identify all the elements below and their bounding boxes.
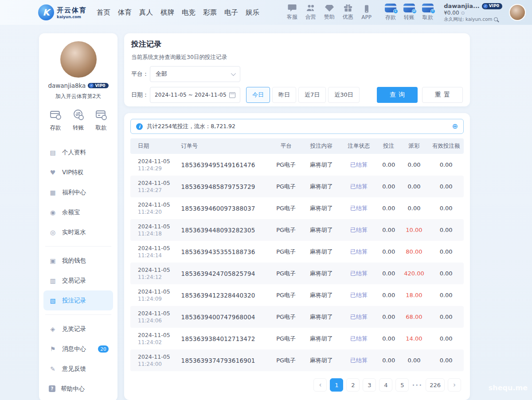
reset-button[interactable]: 重置 bbox=[422, 87, 463, 103]
summary-text: 共计2254笔投注，流水：8,721.92 bbox=[147, 123, 235, 130]
row-payout: 420.00 bbox=[400, 270, 429, 277]
sidebar-deposit-button[interactable]: 存款 bbox=[49, 108, 62, 132]
row-status: 已结算 bbox=[340, 270, 378, 278]
row-valid-amount: 0.00 bbox=[428, 270, 464, 277]
page-number-button[interactable]: 3 bbox=[363, 378, 376, 392]
app-download-button[interactable]: APP bbox=[359, 5, 374, 20]
divider bbox=[45, 314, 111, 315]
row-time: 11:24:06 bbox=[138, 318, 181, 324]
refresh-balance-icon[interactable]: ⊙ bbox=[461, 10, 465, 16]
nav-item[interactable]: 棋牌 bbox=[160, 8, 174, 17]
query-button[interactable]: 查询 bbox=[377, 87, 418, 103]
sponsor-button[interactable]: 赞助 bbox=[321, 4, 337, 21]
page-number-button[interactable]: 5 bbox=[395, 378, 409, 392]
page-number-button[interactable]: 2 bbox=[346, 378, 360, 392]
row-bet-content: 麻将胡了 bbox=[302, 270, 340, 278]
pagination-ellipsis[interactable]: ••• bbox=[412, 383, 422, 388]
menu-item-icon: ▣ bbox=[49, 257, 57, 264]
table-row: 2024-11-05 11:24:27 1853639485879753729 … bbox=[130, 176, 464, 197]
quick-date-button[interactable]: 近30日 bbox=[328, 87, 360, 103]
row-date: 2024-11-05 bbox=[138, 245, 181, 251]
quick-date-button[interactable]: 昨日 bbox=[272, 87, 296, 103]
nav-item[interactable]: 电竞 bbox=[182, 8, 196, 17]
row-valid-amount: 0.00 bbox=[428, 314, 464, 320]
nav-item[interactable]: 娱乐 bbox=[246, 8, 259, 17]
records-card: i 共计2254笔投注，流水：8,721.92 ⊕ 日期 订单号 平台 投注内容… bbox=[124, 113, 470, 400]
last-page-button[interactable]: 226 bbox=[426, 378, 445, 392]
brand-name: 开云体育 bbox=[57, 6, 87, 15]
sidebar-menu-item[interactable]: ♥ VIP特权 bbox=[39, 162, 117, 182]
menu-item-icon: ? bbox=[49, 385, 55, 392]
quick-date-button[interactable]: 今日 bbox=[246, 87, 270, 103]
promo-button[interactable]: 优惠 bbox=[340, 4, 356, 21]
sidebar-menu-item[interactable]: ✎ 意见反馈 bbox=[39, 359, 117, 379]
sidebar-menu-item[interactable]: ⚑ 消息中心 20 bbox=[39, 339, 117, 359]
platform-select[interactable]: 全部 bbox=[150, 66, 240, 82]
balance-value: ¥0.00 bbox=[444, 10, 459, 16]
col-header-date: 日期 bbox=[130, 142, 181, 150]
next-page-button[interactable]: › bbox=[448, 378, 461, 392]
pagination: ‹ 12345 ••• 226 › bbox=[130, 378, 464, 392]
sidebar-menu-item[interactable]: ◉ 余额宝 bbox=[39, 202, 117, 222]
row-time: 11:24:12 bbox=[138, 274, 181, 280]
row-payout: 0.00 bbox=[400, 205, 429, 212]
menu-item-icon: ▦ bbox=[49, 189, 57, 196]
menu-item-icon: ♥ bbox=[49, 169, 57, 176]
menu-item-icon: ✎ bbox=[49, 365, 57, 373]
date-range-input[interactable]: 2024-11-05 ~ 2024-11-05 bbox=[150, 87, 240, 103]
calendar-icon bbox=[229, 92, 235, 98]
sidebar-menu-item[interactable]: ▥ 交易记录 bbox=[39, 271, 117, 290]
avatar[interactable] bbox=[509, 4, 526, 21]
profile-avatar[interactable] bbox=[60, 41, 97, 78]
date-label: 日期： bbox=[131, 91, 150, 99]
sidebar-withdraw-button[interactable]: 取款 bbox=[94, 108, 108, 132]
site-logo[interactable]: K 开云体育 kaiyun.com bbox=[38, 4, 87, 20]
nav-item[interactable]: 彩票 bbox=[203, 8, 217, 17]
row-platform: PG电子 bbox=[270, 248, 303, 256]
customer-service-button[interactable]: 客服 bbox=[284, 4, 300, 21]
row-date: 2024-11-05 bbox=[138, 310, 181, 317]
sidebar-menu-item[interactable]: ▧ 投注记录 bbox=[43, 290, 113, 310]
page-number-button[interactable]: 4 bbox=[379, 378, 392, 392]
transfer-circle-icon bbox=[72, 108, 85, 122]
sidebar-menu-item[interactable]: ◎ 实时返水 bbox=[39, 222, 117, 242]
nav-item[interactable]: 体育 bbox=[118, 8, 132, 17]
row-payout: 18.00 bbox=[400, 292, 429, 298]
row-payout: 10.00 bbox=[400, 227, 429, 233]
sidebar-menu-item[interactable]: ◈ 兑奖记录 bbox=[39, 319, 117, 339]
username[interactable]: dawanjia... bbox=[444, 3, 480, 10]
sidebar-menu-item[interactable]: ▦ 福利中心 bbox=[39, 182, 117, 202]
deposit-button[interactable]: ↓ 存款 bbox=[383, 4, 398, 21]
row-date: 2024-11-05 bbox=[138, 267, 181, 273]
row-platform: PG电子 bbox=[270, 291, 303, 299]
sidebar-menu-item[interactable]: ▣ 我的钱包 bbox=[39, 251, 117, 271]
main-nav: 首页体育真人棋牌电竞彩票电子娱乐 bbox=[97, 8, 259, 17]
partnership-button[interactable]: 合营 bbox=[303, 4, 318, 21]
filters-card: 投注记录 当前系统支持查询最近30日的投注记录 平台： 全部 日期： 2024-… bbox=[124, 33, 470, 106]
col-header-bet: 投注 bbox=[378, 142, 400, 150]
quick-date-button[interactable]: 近7日 bbox=[298, 87, 326, 103]
nav-item[interactable]: 真人 bbox=[139, 8, 153, 17]
row-valid-amount: 0.00 bbox=[428, 205, 464, 212]
row-order-number: 1853639435355188736 bbox=[181, 248, 270, 255]
sidebar-menu-item[interactable]: ▤ 个人资料 bbox=[39, 142, 117, 162]
row-status: 已结算 bbox=[340, 335, 378, 343]
sidebar-menu-item[interactable]: ? 帮助中心 bbox=[39, 379, 117, 399]
row-payout: 68.00 bbox=[400, 314, 429, 320]
search-icon[interactable] bbox=[494, 17, 498, 21]
profile-vip-badge: ✓VIP0 bbox=[88, 83, 108, 88]
expand-plus-icon[interactable]: ⊕ bbox=[452, 123, 458, 130]
nav-item[interactable]: 首页 bbox=[97, 8, 110, 17]
row-bet-amount: 0.00 bbox=[378, 161, 400, 168]
row-valid-amount: 0.00 bbox=[428, 335, 464, 342]
row-time: 11:24:09 bbox=[138, 296, 181, 302]
nav-item[interactable]: 电子 bbox=[224, 8, 238, 17]
row-payout: 0.00 bbox=[400, 357, 429, 364]
vip-badge: ✓VIP0 bbox=[482, 3, 502, 9]
transfer-button[interactable]: ⇄ 转账 bbox=[401, 4, 417, 21]
prev-page-button[interactable]: ‹ bbox=[313, 378, 327, 392]
page-number-button[interactable]: 1 bbox=[330, 378, 343, 392]
row-order-number: 1853639460097388037 bbox=[181, 205, 270, 212]
sidebar-transfer-button[interactable]: 转账 bbox=[72, 108, 85, 132]
withdraw-button[interactable]: ↑ 取款 bbox=[420, 4, 435, 21]
